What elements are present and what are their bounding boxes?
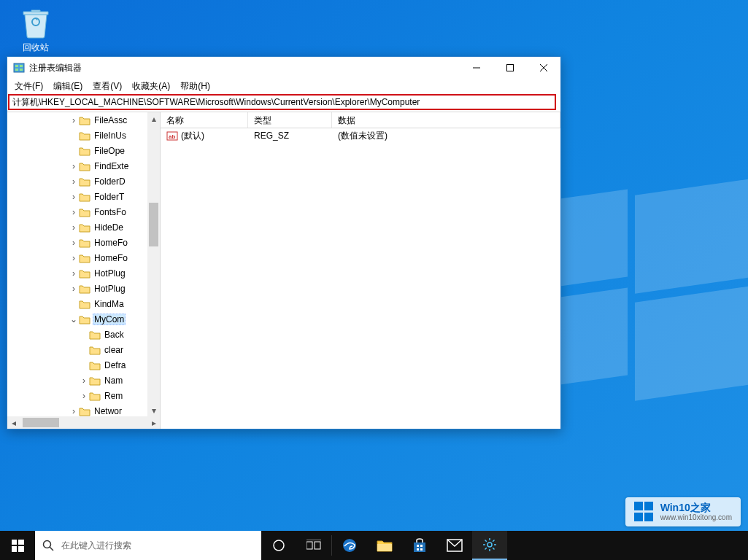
tree-item[interactable]: ›FolderT: [7, 189, 161, 204]
recycle-bin-label: 回收站: [13, 42, 58, 54]
start-button[interactable]: [0, 531, 35, 560]
taskbar-app-store[interactable]: [402, 531, 437, 560]
tree-item[interactable]: clear: [7, 342, 161, 357]
tree-item-label: FolderD: [93, 176, 127, 187]
tree-item[interactable]: ›Rem: [7, 388, 161, 403]
svg-rect-0: [14, 63, 24, 72]
tree-item-label: FileAssc: [93, 115, 128, 125]
svg-rect-11: [12, 540, 17, 545]
value-name: (默认): [181, 131, 204, 141]
tree-item-label: FontsFo: [93, 207, 128, 217]
values-header: 名称 类型 数据: [161, 112, 560, 128]
menu-view[interactable]: 查看(V): [88, 79, 126, 93]
tree-item[interactable]: Defra: [7, 357, 161, 373]
menu-file[interactable]: 文件(F): [10, 79, 47, 93]
scroll-right-button[interactable]: ▸: [147, 416, 160, 429]
watermark: Win10之家 www.win10xitong.com: [625, 497, 741, 526]
value-row[interactable]: ab(默认)REG_SZ(数值未设置): [161, 128, 560, 143]
scroll-down-button[interactable]: ▾: [147, 404, 160, 416]
expander-icon[interactable]: ›: [69, 268, 79, 279]
column-header-type[interactable]: 类型: [248, 112, 332, 128]
menu-edit[interactable]: 编辑(E): [49, 79, 87, 93]
tree-item[interactable]: ›FindExte: [7, 158, 161, 174]
tree-item[interactable]: KindMa: [7, 296, 161, 311]
svg-point-17: [274, 540, 284, 551]
folder-icon: [79, 176, 90, 187]
expander-icon[interactable]: ›: [69, 253, 79, 263]
maximize-button[interactable]: [493, 57, 527, 79]
desktop-icon-recycle-bin[interactable]: 回收站: [13, 6, 58, 54]
tree-item-label: Networ: [93, 406, 123, 416]
tree-item[interactable]: Back: [7, 327, 161, 342]
tree-item[interactable]: FileOpe: [7, 143, 161, 158]
scroll-left-button[interactable]: ◂: [7, 416, 20, 429]
task-view-button[interactable]: [296, 531, 331, 560]
scroll-thumb[interactable]: [149, 203, 158, 246]
titlebar[interactable]: 注册表编辑器: [7, 57, 560, 79]
menu-help[interactable]: 帮助(H): [176, 79, 215, 93]
tree-scrollbar-horizontal[interactable]: ◂ ▸: [7, 416, 160, 429]
client-area: ›FileAsscFileInUsFileOpe›FindExte›Folder…: [7, 112, 560, 429]
svg-rect-19: [315, 542, 320, 549]
expander-icon[interactable]: ›: [69, 222, 79, 233]
tree-item[interactable]: ›HomeFo: [7, 250, 161, 265]
scroll-thumb[interactable]: [23, 418, 59, 427]
tree-item[interactable]: ⌄MyCom: [7, 311, 161, 327]
tree-item-label: Back: [103, 330, 126, 340]
expander-icon[interactable]: ›: [69, 207, 79, 217]
menubar: 文件(F) 编辑(E) 查看(V) 收藏夹(A) 帮助(H): [7, 79, 560, 93]
expander-icon[interactable]: ›: [69, 115, 79, 125]
tree-item[interactable]: ›HomeFo: [7, 235, 161, 250]
expander-icon[interactable]: ›: [69, 284, 79, 294]
folder-icon: [79, 406, 90, 416]
watermark-logo-icon: [634, 502, 655, 522]
expander-icon[interactable]: ›: [69, 406, 79, 416]
svg-point-29: [487, 542, 492, 547]
tree-item[interactable]: ›HotPlug: [7, 281, 161, 296]
expander-icon[interactable]: ›: [69, 238, 79, 248]
folder-icon: [79, 146, 90, 156]
tree-item[interactable]: ›HideDe: [7, 219, 161, 235]
regedit-icon: [13, 62, 25, 74]
taskbar-search[interactable]: 在此键入进行搜索: [35, 531, 261, 560]
menu-favorites[interactable]: 收藏夹(A): [128, 79, 174, 93]
expander-icon[interactable]: ›: [69, 192, 79, 202]
svg-line-35: [493, 548, 494, 549]
expander-icon[interactable]: ⌄: [69, 314, 79, 324]
column-header-name[interactable]: 名称: [161, 112, 248, 128]
expander-icon[interactable]: ›: [79, 391, 89, 401]
tree-item[interactable]: FileInUs: [7, 128, 161, 143]
tree-item-label: FindExte: [93, 161, 130, 171]
address-text: 计算机\HKEY_LOCAL_MACHINE\SOFTWARE\Microsof…: [12, 96, 420, 109]
tree-item-label: HideDe: [93, 222, 125, 233]
minimize-button[interactable]: [460, 57, 493, 79]
cortana-button[interactable]: [261, 531, 296, 560]
tree-item-label: HomeFo: [93, 253, 129, 263]
folder-icon: [79, 192, 90, 202]
taskbar-app-edge[interactable]: [332, 531, 367, 560]
tree-item[interactable]: ›Nam: [7, 373, 161, 388]
close-button[interactable]: [527, 57, 560, 79]
taskbar-app-settings[interactable]: [472, 531, 507, 560]
string-value-icon: ab: [166, 130, 178, 141]
recycle-bin-icon: [20, 6, 51, 39]
tree-scrollbar-vertical[interactable]: ▴ ▾: [147, 112, 160, 416]
folder-icon: [89, 391, 101, 401]
scroll-track[interactable]: [20, 416, 147, 429]
taskbar-app-mail[interactable]: [437, 531, 472, 560]
address-bar[interactable]: 计算机\HKEY_LOCAL_MACHINE\SOFTWARE\Microsof…: [8, 94, 556, 110]
tree-item[interactable]: ›FolderD: [7, 174, 161, 189]
tree-item[interactable]: ›HotPlug: [7, 265, 161, 281]
column-header-data[interactable]: 数据: [332, 112, 560, 128]
scroll-up-button[interactable]: ▴: [147, 112, 160, 125]
expander-icon[interactable]: ›: [69, 176, 79, 187]
svg-rect-23: [414, 542, 425, 552]
svg-rect-3: [15, 69, 18, 71]
tree-item[interactable]: ›FontsFo: [7, 204, 161, 219]
expander-icon[interactable]: ›: [79, 376, 89, 386]
expander-icon[interactable]: ›: [69, 161, 79, 171]
tree-item[interactable]: ›FileAssc: [7, 112, 161, 128]
folder-icon: [89, 345, 101, 355]
scroll-track[interactable]: [147, 125, 160, 404]
taskbar-app-file-explorer[interactable]: [367, 531, 402, 560]
